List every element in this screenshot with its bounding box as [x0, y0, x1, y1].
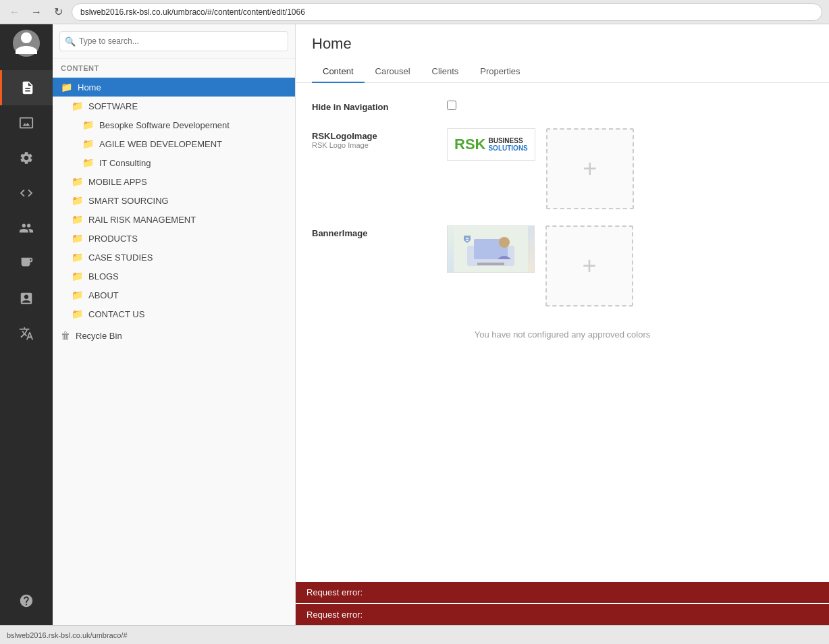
- sidebar-item-content[interactable]: [0, 70, 53, 105]
- tree-item-bespoke[interactable]: 📁 Besopke Software Developement: [53, 115, 295, 134]
- error-bar-2: Request error:: [296, 604, 829, 625]
- trash-icon: 🗑: [61, 330, 70, 341]
- folder-icon-rail: 📁: [72, 214, 83, 225]
- folder-icon-bespoke: 📁: [82, 119, 94, 130]
- logo-rsk: RSK: [454, 136, 485, 153]
- logo-solutions: SOLUTIONS: [488, 144, 527, 152]
- sidebar-item-help[interactable]: [0, 583, 53, 618]
- field-control-logo: RSK BUSINESS SOLUTIONS +: [447, 128, 813, 209]
- svg-rect-3: [477, 263, 504, 265]
- tree-item-label: IT Consulting: [99, 158, 151, 168]
- tree-item-label: CASE STUDIES: [88, 252, 153, 263]
- tree-item-label: CONTACT US: [88, 309, 144, 319]
- tree-item-label: SMART SOURCING: [88, 196, 169, 206]
- tree-item-label: SOFTWARE: [88, 101, 138, 111]
- tree-item-label: RAIL RISK MANAGEMENT: [88, 215, 196, 225]
- content-area: Home Content Carousel Clients Properties…: [296, 24, 829, 625]
- tree-item-consulting[interactable]: 📁 IT Consulting: [53, 153, 295, 172]
- folder-icon-blogs: 📁: [72, 271, 83, 281]
- folder-icon-agile: 📁: [82, 138, 94, 149]
- content-body: Hide in Navigation RSKLogoImage RSK Logo…: [296, 83, 829, 582]
- forward-button[interactable]: →: [28, 4, 45, 20]
- tab-content[interactable]: Content: [312, 61, 365, 83]
- upload-plus-icon: +: [583, 155, 597, 183]
- folder-icon-about: 📁: [72, 290, 83, 300]
- sidebar-item-media[interactable]: [0, 105, 53, 140]
- tree-item-contact[interactable]: 📁 CONTACT US: [53, 304, 295, 323]
- icon-sidebar: [0, 24, 53, 625]
- field-row-hide-nav: Hide in Navigation: [312, 99, 813, 112]
- avatar[interactable]: [13, 30, 40, 57]
- folder-icon-consulting: 📁: [82, 157, 94, 168]
- field-row-banner: BannerImage: [312, 225, 813, 306]
- logo-upload-box[interactable]: +: [546, 128, 634, 209]
- sidebar-item-settings[interactable]: [0, 140, 53, 176]
- tree-sidebar: 🔍 CONTENT 📁 Home 📁 SOFTWARE 📁 Besopke So…: [53, 24, 296, 625]
- tree-item-label: Besopke Software Developement: [99, 120, 230, 130]
- tree-item-rail[interactable]: 📁 RAIL RISK MANAGEMENT: [53, 210, 295, 229]
- tree-item-label: AGILE WEB DEVELOPEMENT: [99, 139, 222, 149]
- tree-item-home[interactable]: 📁 Home: [53, 78, 295, 97]
- folder-icon-mobile: 📁: [72, 176, 83, 187]
- main-layout: 🔍 CONTENT 📁 Home 📁 SOFTWARE 📁 Besopke So…: [0, 24, 829, 625]
- tree-item-about[interactable]: 📁 ABOUT: [53, 286, 295, 304]
- folder-icon-smart: 📁: [72, 195, 83, 206]
- rsk-logo-image: RSK BUSINESS SOLUTIONS: [447, 128, 535, 161]
- folder-icon-software: 📁: [72, 101, 83, 111]
- sidebar-item-translation[interactable]: [0, 316, 53, 351]
- banner-upload-box[interactable]: +: [545, 225, 633, 306]
- tree-item-smart[interactable]: 📁 SMART SOURCING: [53, 191, 295, 210]
- browser-bar: ← → ↻ bslweb2016.rsk-bsl.co.uk/umbraco/#…: [0, 0, 829, 24]
- error-bar-1: Request error:: [296, 582, 829, 603]
- tree-item-label: PRODUCTS: [88, 234, 138, 244]
- search-icon: 🔍: [65, 36, 76, 47]
- sidebar-item-forms[interactable]: [0, 281, 53, 316]
- tree-item-label: MOBILE APPS: [88, 177, 147, 187]
- tab-clients[interactable]: Clients: [421, 61, 470, 83]
- reload-button[interactable]: ↻: [50, 4, 66, 20]
- field-label-logo: RSKLogoImage RSK Logo Image: [312, 128, 447, 149]
- tree-item-products[interactable]: 📁 PRODUCTS: [53, 229, 295, 248]
- folder-icon-case-studies: 📁: [72, 252, 83, 263]
- sidebar-item-members[interactable]: [0, 246, 53, 281]
- content-section-label: CONTENT: [53, 59, 295, 78]
- hide-nav-checkbox[interactable]: [447, 101, 456, 110]
- url-bar[interactable]: bslweb2016.rsk-bsl.co.uk/umbraco/#/conte…: [72, 3, 822, 21]
- tree-item-label: Home: [78, 82, 101, 92]
- tree-item-label: BLOGS: [88, 271, 119, 281]
- page-title: Home: [312, 35, 813, 53]
- tree-item-software[interactable]: 📁 SOFTWARE: [53, 97, 295, 115]
- tree-item-agile[interactable]: 📁 AGILE WEB DEVELOPEMENT: [53, 134, 295, 153]
- folder-icon-contact: 📁: [72, 308, 83, 319]
- tab-properties[interactable]: Properties: [469, 61, 531, 83]
- logo-business: BUSINESS: [488, 137, 527, 144]
- sidebar-item-developer[interactable]: [0, 176, 53, 211]
- search-input[interactable]: [59, 31, 288, 51]
- status-bar: bslweb2016.rsk-bsl.co.uk/umbraco/#: [0, 625, 829, 644]
- tree-item-mobile[interactable]: 📁 MOBILE APPS: [53, 172, 295, 191]
- tree-item-label: ABOUT: [88, 290, 119, 300]
- status-url: bslweb2016.rsk-bsl.co.uk/umbraco/#: [7, 631, 128, 639]
- field-row-logo: RSKLogoImage RSK Logo Image RSK BUSINESS…: [312, 128, 813, 209]
- tree-search-container: 🔍: [53, 24, 295, 59]
- content-header: Home Content Carousel Clients Properties: [296, 24, 829, 83]
- tree-items: 📁 Home 📁 SOFTWARE 📁 Besopke Software Dev…: [53, 78, 295, 625]
- field-control-banner: +: [447, 225, 813, 306]
- back-button[interactable]: ←: [7, 4, 23, 20]
- folder-icon-home: 📁: [61, 82, 72, 92]
- svg-point-4: [499, 237, 510, 248]
- field-label-hide-nav: Hide in Navigation: [312, 99, 447, 112]
- tree-item-blogs[interactable]: 📁 BLOGS: [53, 267, 295, 286]
- tabs-container: Content Carousel Clients Properties: [312, 61, 813, 82]
- folder-icon-products: 📁: [72, 233, 83, 244]
- tree-item-recycle-label: Recycle Bin: [76, 331, 122, 341]
- banner-image-preview: [447, 225, 535, 273]
- tree-item-case-studies[interactable]: 📁 CASE STUDIES: [53, 248, 295, 267]
- upload-plus-icon-2: +: [582, 252, 596, 280]
- tab-carousel[interactable]: Carousel: [365, 61, 421, 83]
- field-control-hide-nav: [447, 99, 813, 110]
- sidebar-item-users[interactable]: [0, 211, 53, 246]
- tree-item-recycle[interactable]: 🗑 Recycle Bin: [53, 326, 295, 345]
- field-label-banner: BannerImage: [312, 225, 447, 238]
- approved-colors-msg: You have not configured any approved col…: [312, 323, 813, 346]
